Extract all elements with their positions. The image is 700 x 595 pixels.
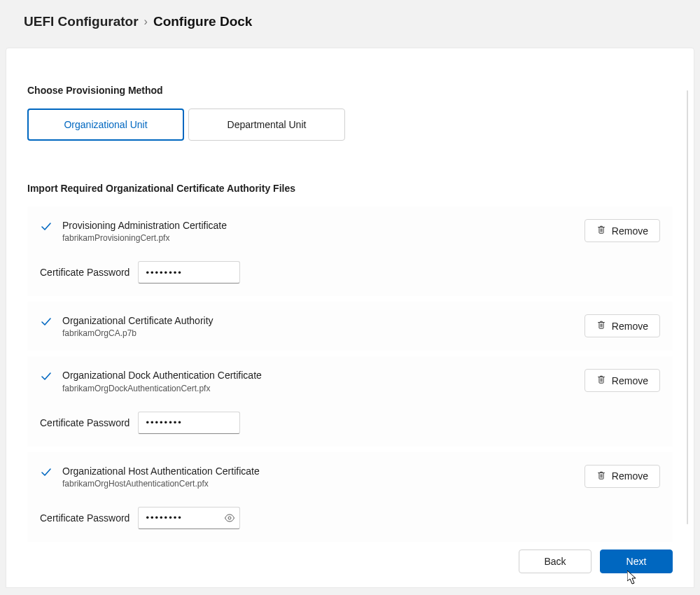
- remove-label: Remove: [612, 321, 648, 332]
- breadcrumb-current: Configure Dock: [153, 14, 252, 29]
- remove-button[interactable]: Remove: [584, 465, 660, 488]
- password-label: Certificate Password: [40, 267, 130, 278]
- provisioning-method-title: Choose Provisioning Method: [27, 85, 673, 96]
- cert-filename: fabrikamOrgDockAuthenticationCert.pfx: [62, 384, 262, 393]
- scrollbar[interactable]: [687, 90, 688, 524]
- wizard-footer: Back Next: [519, 550, 673, 573]
- cert-card: Organizational Certificate Authority fab…: [27, 302, 673, 351]
- check-icon: [40, 316, 52, 328]
- check-icon: [40, 220, 52, 233]
- provisioning-method-group: Organizational Unit Departmental Unit: [27, 108, 673, 141]
- cert-title: Organizational Certificate Authority: [62, 314, 214, 327]
- certificate-password-input[interactable]: [138, 412, 240, 434]
- remove-button[interactable]: Remove: [584, 219, 660, 242]
- cert-card: Organizational Host Authentication Certi…: [27, 452, 673, 542]
- remove-button[interactable]: Remove: [584, 369, 660, 392]
- next-button[interactable]: Next: [600, 550, 673, 573]
- check-icon: [40, 370, 52, 383]
- cert-card: Provisioning Administration Certificate …: [27, 206, 673, 296]
- trash-icon: [596, 320, 606, 332]
- import-files-title: Import Required Organizational Certifica…: [27, 183, 673, 194]
- trash-icon: [596, 470, 606, 482]
- breadcrumb-parent[interactable]: UEFI Configurator: [24, 14, 139, 29]
- remove-button[interactable]: Remove: [584, 314, 660, 337]
- cert-title: Provisioning Administration Certificate: [62, 219, 227, 232]
- remove-label: Remove: [612, 470, 648, 482]
- check-icon: [40, 466, 52, 479]
- breadcrumb: UEFI Configurator › Configure Dock: [0, 0, 700, 48]
- cert-title: Organizational Host Authentication Certi…: [62, 465, 260, 477]
- cert-filename: fabrikamOrgCA.p7b: [62, 328, 214, 338]
- trash-icon: [596, 374, 606, 386]
- remove-label: Remove: [612, 225, 648, 237]
- svg-point-0: [228, 517, 231, 519]
- departmental-unit-button[interactable]: Departmental Unit: [188, 108, 345, 141]
- cert-filename: fabrikamOrgHostAuthenticationCert.pfx: [62, 479, 260, 489]
- cert-filename: fabrikamProvisioningCert.pfx: [62, 233, 227, 243]
- main-panel: Choose Provisioning Method Organizationa…: [6, 48, 694, 588]
- password-label: Certificate Password: [40, 417, 130, 428]
- organizational-unit-button[interactable]: Organizational Unit: [27, 108, 184, 141]
- certificate-password-input[interactable]: [138, 261, 240, 284]
- password-label: Certificate Password: [40, 512, 130, 524]
- chevron-right-icon: ›: [143, 15, 149, 28]
- cert-title: Organizational Dock Authentication Certi…: [62, 369, 262, 382]
- back-button[interactable]: Back: [519, 550, 592, 573]
- cert-card: Organizational Dock Authentication Certi…: [27, 356, 673, 446]
- trash-icon: [596, 225, 606, 237]
- remove-label: Remove: [612, 375, 648, 386]
- reveal-password-icon[interactable]: [223, 512, 236, 524]
